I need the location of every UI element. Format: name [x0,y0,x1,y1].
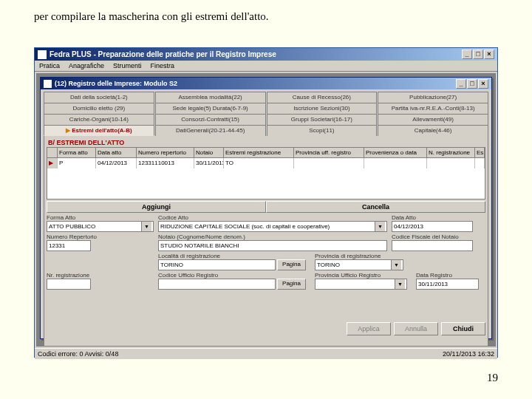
data-reg-label: Data Registro [416,272,479,279]
child-titlebar: (12) Registro delle Imprese: Modulo S2 _… [41,78,491,89]
tab-estremi-atto[interactable]: ▶ Estremi dell'atto(A-B) [44,125,154,136]
grid-header-data: Data atto [96,148,137,157]
tab-dati-generali[interactable]: DatiGenerali(20-21-44-45) [155,125,266,136]
prov-reg2-label: Provincia Ufficio Registro [315,272,407,279]
tab-capitale[interactable]: Capitale(4-46) [378,125,488,136]
menu-anagrafiche[interactable]: Anagrafiche [69,62,104,69]
tab-iscrizione[interactable]: Iscrizione Sezioni(30) [267,103,378,114]
num-repertorio-label: Numero Repertorio [47,233,154,240]
statusbar: Codici errore: 0 Avvisi: 0/48 20/11/2013… [35,348,497,359]
tabs-area: Dati della società(1-2) Assemblea modali… [41,89,491,136]
tab-consorzi[interactable]: Consorzi-Contratti(15) [155,114,266,125]
child-title-text: (12) Registro delle Imprese: Modulo S2 [55,80,177,87]
tab-pubblicazione[interactable]: Pubblicazione(27) [378,92,488,103]
grid-header-nreg: N. registrazione [427,148,475,157]
codice-atto-select[interactable]: RIDUZIONE CAPITALE SOCIALE (soc. di capi… [158,221,387,232]
chevron-down-icon: ▼ [141,222,151,231]
child-close-button[interactable]: × [478,79,488,89]
data-atto-input[interactable]: 04/12/2013 [392,221,473,232]
statusbar-right: 20/11/2013 16:32 [443,350,494,358]
main-window: Fedra PLUS - Preparazione delle pratiche… [34,47,498,358]
minimize-button[interactable]: _ [462,50,472,59]
mdi-area: (12) Registro delle Imprese: Modulo S2 _… [36,73,496,347]
grid-header: Forma atto Data atto Numero repertorio N… [47,147,485,158]
tab-allevamenti[interactable]: Allevamenti(49) [378,114,488,125]
statusbar-left: Codici errore: 0 Avvisi: 0/48 [38,350,118,358]
close-button[interactable]: × [484,50,494,59]
notaio-label: Notaio (Cognome/Nome denom.) [158,233,387,240]
tab-partita-iva[interactable]: Partita iva-nr.R.E.A.-Conti(8-13) [378,103,488,114]
cell-proven [364,158,427,168]
cell-es [475,158,485,168]
cell-estremi: TO [224,158,294,168]
forma-atto-select[interactable]: ATTO PUBBLICO▼ [47,221,154,232]
grid-header-proven: Provenienza o data [364,148,427,157]
menu-pratica[interactable]: Pratica [39,62,60,69]
main-title-text: Fedra PLUS - Preparazione delle pratiche… [50,50,276,58]
tab-cause-recesso[interactable]: Cause di Recesso(26) [267,92,378,103]
tab-domicilio[interactable]: Domicilio eletto (29) [44,103,154,114]
chevron-down-icon: ▼ [391,260,401,270]
document-icon [44,80,52,88]
cancella-button[interactable]: Cancella [266,201,485,213]
data-atto-label: Data Atto [392,214,473,221]
chiudi-button[interactable]: Chiudi [441,322,485,335]
cell-notaio: 30/11/2013 [194,158,224,168]
page-caption: per compilare la mascherina con gli estr… [34,10,269,23]
chevron-down-icon: ▼ [375,222,385,231]
main-titlebar: Fedra PLUS - Preparazione delle pratiche… [35,48,497,61]
grid-header-notaio: Notaio [194,148,224,157]
cell-rep: 12331110013 [137,158,194,168]
section-header: B/ ESTREMI DELL'ATTO [47,138,485,147]
active-tab-arrow-icon: ▶ [66,127,70,134]
grid-header-prov: Provincia uff. registro [294,148,364,157]
maximize-button[interactable]: □ [473,50,483,59]
grid-empty-body [47,168,485,200]
app-icon [38,50,47,59]
tab-content: B/ ESTREMI DELL'ATTO Forma atto Data att… [44,136,488,347]
data-reg-input[interactable]: 30/11/2013 [416,279,479,290]
nr-reg-input[interactable] [47,279,91,290]
grid-header-forma: Forma atto [58,148,96,157]
applica-button[interactable]: Applica [347,322,391,335]
codice-atto-label: Codice Atto [158,214,387,221]
grid-row[interactable]: ▶ P 04/12/2013 12331110013 30/11/2013 TO [47,158,485,168]
cell-data: 04/12/2013 [96,158,137,168]
menu-strumenti[interactable]: Strumenti [113,62,142,69]
prov-reg-select[interactable]: TORINO▼ [315,259,403,270]
tab-sede-legale[interactable]: Sede legale(5) Durata(6-7-9) [155,103,266,114]
child-minimize-button[interactable]: _ [456,79,466,89]
child-maximize-button[interactable]: □ [467,79,477,89]
annulla-button[interactable]: Annulla [394,322,438,335]
pagina-button-1[interactable]: Pagina [277,259,306,270]
codice-fiscale-input[interactable] [392,240,473,251]
loc-reg-input[interactable]: TORINO [158,259,276,270]
chevron-down-icon: ▼ [395,279,405,289]
menu-finestra[interactable]: Finestra [151,62,175,69]
cell-forma: P [58,158,96,168]
prov-reg-label: Provincia di registrazione [315,253,474,259]
cell-nreg [427,158,475,168]
loc-reg-label: Località di registrazione [158,253,306,259]
pagina-button-2[interactable]: Pagina [277,279,306,290]
page-number: 19 [487,372,498,384]
tab-gruppi[interactable]: Gruppi Societari(16-17) [267,114,378,125]
cell-prov [294,158,364,168]
tab-dati-societa[interactable]: Dati della società(1-2) [44,92,154,103]
cod-reg-input[interactable] [158,279,276,290]
grid-header-estremi: Estremi registrazione [224,148,294,157]
grid-header-es: Es. [475,148,485,157]
aggiungi-button[interactable]: Aggiungi [47,201,266,213]
notaio-input[interactable]: STUDIO NOTARILE BIANCHI [158,240,387,251]
prov-reg2-select[interactable]: ▼ [315,279,407,290]
grid-header-selector [47,148,58,157]
codice-fiscale-label: Codice Fiscale del Notaio [392,233,473,240]
forma-atto-label: Forma Atto [47,214,154,221]
num-repertorio-input[interactable]: 12331 [47,240,91,251]
row-selector-icon: ▶ [47,158,58,168]
tab-assemblea[interactable]: Assemblea modalità(22) [155,92,266,103]
menubar: Pratica Anagrafiche Strumenti Finestra [35,61,497,72]
tab-scopi[interactable]: Scopi(11) [267,125,378,136]
nr-reg-label: Nr. registrazione [47,272,154,279]
tab-cariche[interactable]: Cariche-Organi(10-14) [44,114,154,125]
